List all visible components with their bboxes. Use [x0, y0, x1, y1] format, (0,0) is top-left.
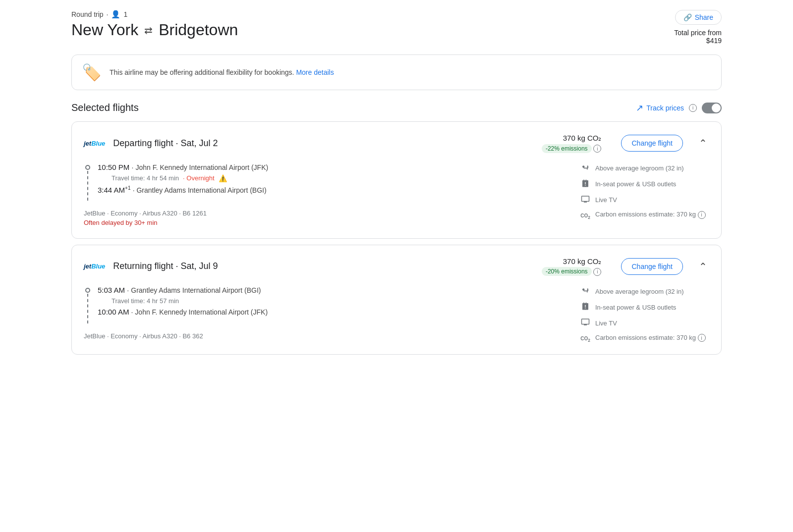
emissions-area-0: 370 kg CO₂ -22% emissions i: [542, 134, 602, 153]
dot-container-departure: [84, 163, 92, 202]
emissions-info-icon-1[interactable]: i: [593, 268, 601, 276]
travel-time-row-1: Travel time: 4 hr 57 min: [112, 297, 568, 305]
delay-warning: Often delayed by 30+ min: [84, 219, 568, 226]
amenity-text: Above average legroom (32 in): [595, 164, 684, 172]
collapse-button-0[interactable]: ⌃: [697, 135, 709, 151]
flight-details-1: 5:03 AM · Grantley Adams International A…: [84, 286, 709, 342]
departure-info-1: 5:03 AM · Grantley Adams International A…: [98, 286, 568, 316]
departure-dot: [85, 288, 90, 293]
flight-timeline-0: 10:50 PM · John F. Kennedy International…: [84, 163, 568, 226]
emissions-badge-0: -22% emissions: [542, 144, 592, 153]
amenity-text: Live TV: [595, 196, 617, 204]
amenity-icon-tv: [580, 318, 590, 328]
amenities-0: Above average legroom (32 in) In-seat po…: [580, 163, 709, 226]
amenity-row: Live TV: [580, 318, 709, 328]
amenity-icon-seat: [580, 163, 590, 174]
header-right: 🔗 Share Total price from $419: [674, 10, 722, 45]
more-details-link[interactable]: More details: [296, 68, 334, 76]
departure-separator: ·: [127, 286, 129, 294]
separator: ·: [107, 10, 109, 18]
overnight-label: · Overnight: [183, 174, 215, 182]
flight-meta-0: JetBlue · Economy · Airbus A320 · B6 126…: [84, 210, 568, 217]
travel-time-row-0: Travel time: 4 hr 54 min · Overnight ⚠️: [112, 174, 568, 182]
trip-meta: Round trip · 👤 1: [71, 10, 238, 19]
page-header: Round trip · 👤 1 New York ⇄ Bridgetown 🔗…: [71, 10, 722, 45]
emissions-kg-1: 370 kg CO₂: [542, 257, 602, 266]
amenity-icon-co2: CO2: [580, 333, 590, 342]
departure-airport-0: John F. Kennedy International Airport (J…: [135, 163, 268, 171]
amenity-row: Live TV: [580, 195, 709, 206]
airline-logo-1: jetBlue: [84, 263, 105, 270]
price-label: Total price from: [674, 29, 722, 37]
arrival-time: 10:00 AM: [98, 308, 129, 316]
origin-city: New York: [71, 21, 138, 39]
amenity-text: In-seat power & USB outlets: [595, 180, 676, 188]
departure-row-1: 5:03 AM · Grantley Adams International A…: [84, 286, 568, 324]
arrival-airport-1: John F. Kennedy International Airport (J…: [135, 308, 268, 316]
share-button[interactable]: 🔗 Share: [675, 10, 722, 25]
amenity-row: CO2 Carbon emissions estimate: 370 kg i: [580, 211, 709, 219]
track-prices-info-icon[interactable]: i: [689, 104, 697, 112]
amenity-text: In-seat power & USB outlets: [595, 304, 676, 311]
selected-flights-header: Selected flights ↗ Track prices i: [71, 102, 722, 113]
amenity-text: Live TV: [595, 319, 617, 327]
emissions-kg-0: 370 kg CO₂: [542, 134, 602, 143]
flight-card-header-0: jetBlue Departing flight · Sat, Jul 2 37…: [84, 134, 709, 153]
flight-title-0: Departing flight · Sat, Jul 2: [113, 138, 534, 149]
departure-dot: [85, 165, 90, 170]
header-left: Round trip · 👤 1 New York ⇄ Bridgetown: [71, 10, 238, 39]
amenity-icon-co2: CO2: [580, 211, 590, 219]
amenity-icon-tv: [580, 195, 590, 206]
track-prices-text: Track prices: [646, 104, 684, 112]
banner-main-text: This airline may be offering additional …: [110, 68, 294, 76]
flight-details-0: 10:50 PM · John F. Kennedy International…: [84, 163, 709, 226]
change-flight-button-0[interactable]: Change flight: [621, 135, 683, 152]
arrival-time: 3:44 AM: [98, 186, 125, 194]
flight-meta-1: JetBlue · Economy · Airbus A320 · B6 362: [84, 332, 568, 340]
timeline-line: [87, 171, 88, 201]
flexibility-banner: 🏷️ This airline may be offering addition…: [71, 54, 722, 90]
flight-cards-container: jetBlue Departing flight · Sat, Jul 2 37…: [71, 121, 722, 355]
emissions-badge-1: -20% emissions: [542, 267, 592, 276]
amenity-row: CO2 Carbon emissions estimate: 370 kg i: [580, 333, 709, 342]
amenity-icon-seat: [580, 286, 590, 297]
exchange-icon: ⇄: [144, 24, 153, 36]
amenity-row: Above average legroom (32 in): [580, 286, 709, 297]
banner-icon: 🏷️: [82, 63, 102, 82]
amenity-row: In-seat power & USB outlets: [580, 302, 709, 313]
trend-icon: ↗: [636, 103, 643, 113]
amenities-1: Above average legroom (32 in) In-seat po…: [580, 286, 709, 342]
timeline-line: [87, 294, 88, 323]
arrival-superscript: +1: [125, 185, 130, 191]
track-prices-toggle[interactable]: [702, 103, 722, 113]
section-title: Selected flights: [71, 102, 139, 113]
flight-card-0: jetBlue Departing flight · Sat, Jul 2 37…: [71, 121, 722, 239]
departure-row-0: 10:50 PM · John F. Kennedy International…: [84, 163, 568, 202]
arrival-row-1: 10:00 AM · John F. Kennedy International…: [98, 308, 568, 316]
overnight-warning-icon: ⚠️: [219, 174, 227, 182]
arrival-row-0: 3:44 AM+1 · Grantley Adams International…: [98, 185, 568, 194]
departure-info-0: 10:50 PM · John F. Kennedy International…: [98, 163, 568, 194]
emissions-area-1: 370 kg CO₂ -20% emissions i: [542, 257, 602, 276]
amenity-row: In-seat power & USB outlets: [580, 179, 709, 190]
amenity-text: Carbon emissions estimate: 370 kg i: [595, 334, 706, 342]
collapse-button-1[interactable]: ⌃: [697, 259, 709, 274]
amenity-icon-power: [580, 302, 590, 313]
amenity-icon-power: [580, 179, 590, 190]
flight-card-1: jetBlue Returning flight · Sat, Jul 9 37…: [71, 245, 722, 355]
change-flight-button-1[interactable]: Change flight: [621, 258, 683, 275]
amenity-text: Above average legroom (32 in): [595, 288, 684, 295]
flight-card-header-1: jetBlue Returning flight · Sat, Jul 9 37…: [84, 257, 709, 276]
departure-time-1: 5:03 AM · Grantley Adams International A…: [98, 286, 568, 294]
airline-logo-0: jetBlue: [84, 140, 105, 147]
share-label: Share: [695, 13, 713, 21]
share-icon: 🔗: [683, 13, 692, 21]
co2-info-icon[interactable]: i: [698, 211, 706, 219]
passenger-count: 1: [123, 10, 127, 18]
travel-time-text: Travel time: 4 hr 54 min: [112, 174, 179, 182]
emissions-info-icon-0[interactable]: i: [593, 145, 601, 153]
co2-info-icon[interactable]: i: [698, 334, 706, 342]
destination-city: Bridgetown: [159, 21, 238, 39]
flight-timeline-1: 5:03 AM · Grantley Adams International A…: [84, 286, 568, 342]
track-prices-label: ↗ Track prices: [636, 103, 684, 113]
